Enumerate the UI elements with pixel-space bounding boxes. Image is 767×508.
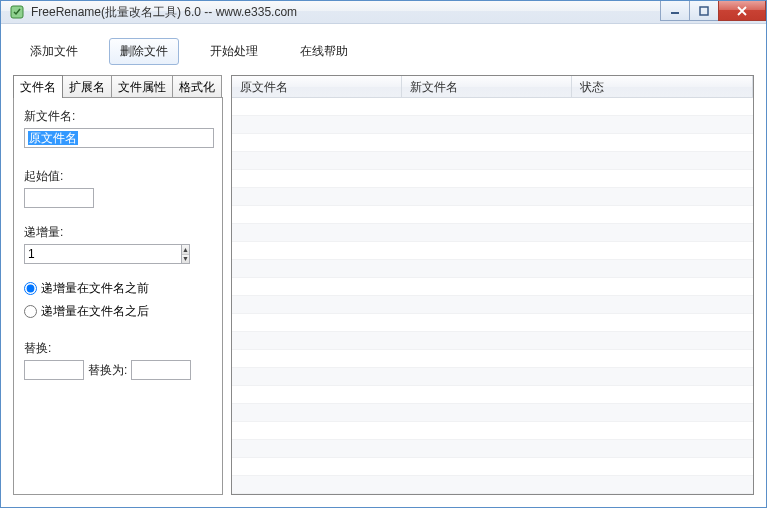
tab-filename[interactable]: 文件名 — [13, 75, 63, 98]
toolbar: 添加文件 删除文件 开始处理 在线帮助 — [9, 32, 758, 75]
tab-attributes[interactable]: 文件属性 — [111, 75, 173, 97]
replace-field: 替换: 替换为: — [24, 340, 212, 380]
table-row[interactable] — [232, 170, 753, 188]
grid-header: 原文件名 新文件名 状态 — [232, 76, 753, 98]
grid-body[interactable] — [232, 98, 753, 494]
replace-to-input[interactable] — [131, 360, 191, 380]
radio-after-label: 递增量在文件名之后 — [41, 303, 149, 320]
tab-body-filename: 新文件名: 原文件名 起始值: 递增量: ▲ ▼ — [13, 97, 223, 495]
table-row[interactable] — [232, 206, 753, 224]
table-row[interactable] — [232, 350, 753, 368]
table-row[interactable] — [232, 314, 753, 332]
table-row[interactable] — [232, 368, 753, 386]
table-row[interactable] — [232, 458, 753, 476]
start-input[interactable] — [24, 188, 94, 208]
tab-format[interactable]: 格式化 — [172, 75, 222, 97]
app-icon — [9, 4, 25, 20]
col-status[interactable]: 状态 — [572, 76, 753, 97]
col-new-name[interactable]: 新文件名 — [402, 76, 572, 97]
table-row[interactable] — [232, 296, 753, 314]
close-button[interactable] — [718, 1, 766, 21]
add-files-button[interactable]: 添加文件 — [19, 38, 89, 65]
table-row[interactable] — [232, 386, 753, 404]
table-row[interactable] — [232, 476, 753, 494]
content-area: 添加文件 删除文件 开始处理 在线帮助 文件名 扩展名 文件属性 格式化 新文件… — [1, 24, 766, 507]
window-title: FreeRename(批量改名工具) 6.0 -- www.e335.com — [31, 4, 297, 21]
options-panel: 文件名 扩展名 文件属性 格式化 新文件名: 原文件名 起始值: — [13, 75, 223, 495]
radio-group: 递增量在文件名之前 递增量在文件名之后 — [24, 280, 212, 320]
svg-rect-2 — [700, 7, 708, 15]
replace-from-input[interactable] — [24, 360, 84, 380]
table-row[interactable] — [232, 224, 753, 242]
replace-label: 替换: — [24, 340, 212, 357]
inc-input[interactable] — [24, 244, 181, 264]
online-help-button[interactable]: 在线帮助 — [289, 38, 359, 65]
newname-label: 新文件名: — [24, 108, 212, 125]
col-original-name[interactable]: 原文件名 — [232, 76, 402, 97]
table-row[interactable] — [232, 332, 753, 350]
table-row[interactable] — [232, 278, 753, 296]
app-window: FreeRename(批量改名工具) 6.0 -- www.e335.com 添… — [0, 0, 767, 508]
radio-before[interactable] — [24, 282, 37, 295]
inc-field: 递增量: ▲ ▼ — [24, 224, 212, 264]
table-row[interactable] — [232, 152, 753, 170]
table-row[interactable] — [232, 188, 753, 206]
inc-spinner[interactable]: ▲ ▼ — [24, 244, 94, 264]
radio-before-row[interactable]: 递增量在文件名之前 — [24, 280, 212, 297]
replace-mid-label: 替换为: — [88, 362, 127, 379]
titlebar[interactable]: FreeRename(批量改名工具) 6.0 -- www.e335.com — [1, 1, 766, 24]
radio-after[interactable] — [24, 305, 37, 318]
start-label: 起始值: — [24, 168, 212, 185]
table-row[interactable] — [232, 422, 753, 440]
table-row[interactable] — [232, 242, 753, 260]
newname-input[interactable]: 原文件名 — [24, 128, 214, 148]
svg-rect-1 — [671, 12, 679, 14]
table-row[interactable] — [232, 134, 753, 152]
inc-spin-buttons: ▲ ▼ — [181, 244, 190, 264]
inc-spin-up[interactable]: ▲ — [182, 245, 189, 255]
tab-extension[interactable]: 扩展名 — [62, 75, 112, 97]
tabstrip: 文件名 扩展名 文件属性 格式化 — [13, 75, 223, 97]
table-row[interactable] — [232, 440, 753, 458]
main-area: 文件名 扩展名 文件属性 格式化 新文件名: 原文件名 起始值: — [9, 75, 758, 499]
window-controls — [661, 1, 766, 21]
start-process-button[interactable]: 开始处理 — [199, 38, 269, 65]
table-row[interactable] — [232, 404, 753, 422]
table-row[interactable] — [232, 116, 753, 134]
file-list-grid: 原文件名 新文件名 状态 — [231, 75, 754, 495]
minimize-icon — [670, 6, 680, 16]
newname-field: 新文件名: 原文件名 — [24, 108, 212, 148]
maximize-icon — [699, 6, 709, 16]
table-row[interactable] — [232, 98, 753, 116]
close-icon — [736, 6, 748, 16]
delete-files-button[interactable]: 删除文件 — [109, 38, 179, 65]
inc-label: 递增量: — [24, 224, 212, 241]
inc-spin-down[interactable]: ▼ — [182, 255, 189, 264]
radio-after-row[interactable]: 递增量在文件名之后 — [24, 303, 212, 320]
radio-before-label: 递增量在文件名之前 — [41, 280, 149, 297]
maximize-button[interactable] — [689, 1, 719, 21]
minimize-button[interactable] — [660, 1, 690, 21]
table-row[interactable] — [232, 260, 753, 278]
start-field: 起始值: — [24, 168, 212, 208]
